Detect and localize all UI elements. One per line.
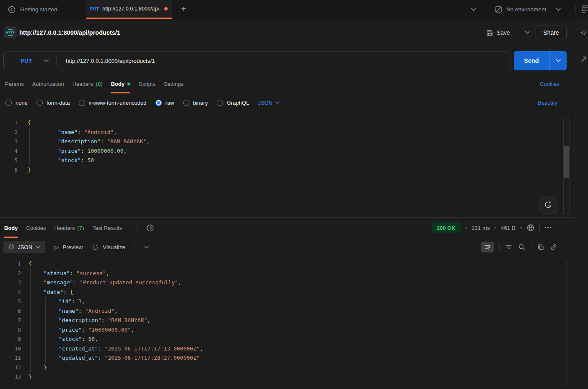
toolbar-divider	[135, 243, 135, 251]
send-button[interactable]: Send	[514, 51, 549, 70]
body-mode-binary[interactable]: binary	[183, 100, 208, 106]
tab-authorization[interactable]: Authorization	[32, 75, 64, 93]
topbar-divider	[575, 5, 576, 14]
environment-selector[interactable]: No environment	[495, 0, 561, 19]
response-tab-test-results[interactable]: Test Results	[93, 218, 122, 238]
code-line: 6}	[0, 165, 562, 175]
meta-dot	[465, 227, 467, 229]
code-line: 2"name": "Android",	[0, 128, 562, 137]
indent-guide	[29, 128, 30, 165]
response-panel: Body Cookies Headers (7) Test Results 20…	[0, 217, 575, 389]
code-line: 13}	[0, 372, 560, 382]
format-chevron-icon	[36, 246, 40, 249]
postbot-sparkle-icon	[544, 200, 553, 209]
body-mode-urlencoded[interactable]: x-www-form-urlencoded	[79, 100, 147, 106]
tool-icons-divider	[531, 243, 531, 251]
right-sidebar-rail: </	[575, 19, 588, 389]
search-icon[interactable]	[518, 243, 526, 251]
indent-guide	[45, 297, 46, 363]
send-chevron-icon	[556, 59, 561, 62]
response-body-editor[interactable]: 1{2"status": "success",3"message": "Prod…	[0, 257, 560, 382]
url-input[interactable]	[66, 58, 443, 64]
tab-headers[interactable]: Headers (8)	[73, 75, 103, 93]
visualize-button[interactable]: Visualize	[92, 244, 125, 251]
radio-binary[interactable]	[183, 100, 189, 106]
body-modified-dot	[127, 82, 130, 85]
code-line: 2"status": "success",	[0, 269, 560, 278]
url-bar: PUT	[3, 51, 510, 70]
tab-body[interactable]: Body	[111, 75, 131, 93]
environment-quick-look-icon[interactable]	[581, 5, 588, 14]
radio-graphql[interactable]	[217, 100, 223, 106]
request-editor-scrollbar[interactable]	[563, 119, 570, 214]
method-selector[interactable]: PUT	[4, 58, 32, 64]
indent-guide	[43, 128, 43, 165]
body-mode-raw[interactable]: raw	[155, 100, 174, 106]
body-mode-graphql[interactable]: GraphQL	[217, 100, 249, 106]
tab-url-label: http://127.0.0.1:8000/api	[102, 6, 161, 12]
tab-getting-started[interactable]: Getting started	[8, 0, 57, 19]
save-options-chevron-icon[interactable]	[525, 31, 530, 34]
response-format-dropdown[interactable]: {} JSON	[3, 241, 45, 253]
response-tab-body[interactable]: Body	[4, 218, 18, 238]
new-tab-button[interactable]: +	[181, 3, 186, 14]
http-request-icon: HTTP	[4, 26, 17, 39]
tab-scripts[interactable]: Scripts	[139, 75, 155, 93]
link-icon[interactable]	[550, 243, 557, 251]
status-badge[interactable]: 200 OK	[432, 222, 461, 233]
method-chevron-icon[interactable]	[44, 59, 49, 62]
tab-settings[interactable]: Settings	[164, 75, 184, 93]
view-options-chevron-icon[interactable]	[144, 246, 149, 249]
meta-divider	[539, 224, 540, 232]
response-headers-count: (7)	[78, 225, 84, 231]
preview-button[interactable]: ▷ Preview	[54, 244, 83, 250]
cookies-link[interactable]: Cookies	[540, 81, 560, 87]
filter-icon[interactable]	[505, 243, 513, 251]
radio-form-data[interactable]	[36, 100, 43, 106]
share-button[interactable]: Share	[536, 26, 567, 39]
response-toolbar: {} JSON ▷ Preview Visualize	[0, 238, 575, 256]
getting-started-icon	[8, 5, 16, 14]
tab-params[interactable]: Params	[5, 75, 24, 93]
beautify-link[interactable]: Beautify	[538, 100, 557, 106]
save-button[interactable]: Save	[497, 19, 510, 46]
radio-none[interactable]	[5, 100, 12, 106]
more-actions-button[interactable]: •••	[544, 225, 552, 231]
response-tool-icons	[481, 242, 557, 252]
tab-bar: Getting started PUT http://127.0.0.1:800…	[0, 0, 588, 19]
response-tab-headers[interactable]: Headers (7)	[54, 218, 84, 238]
response-tab-cookies[interactable]: Cookies	[26, 218, 46, 238]
response-history-icon[interactable]	[146, 224, 155, 232]
send-options-button[interactable]	[549, 51, 567, 70]
code-line: 1{	[0, 259, 560, 269]
wrap-lines-button[interactable]	[481, 242, 494, 252]
body-mode-none[interactable]: none	[5, 100, 28, 106]
headers-count: (8)	[96, 81, 103, 87]
tab-request-active[interactable]: PUT http://127.0.0.1:8000/api	[86, 0, 172, 19]
radio-urlencoded[interactable]	[79, 100, 85, 106]
play-icon: ▷	[54, 244, 59, 250]
code-line: 9"stock": 50,	[0, 335, 560, 344]
response-time[interactable]: 131 ms	[471, 225, 490, 231]
visualize-sparkle-icon	[92, 244, 99, 251]
no-environment-icon	[495, 5, 503, 13]
request-body-editor[interactable]: 1{2"name": "Android",3"description": "RA…	[0, 112, 562, 175]
radio-raw-selected[interactable]	[155, 100, 162, 106]
request-body-panel: 1{2"name": "Android",3"description": "RA…	[0, 112, 575, 217]
code-line: 10"created_at": "2025-06-17T17:17:13.000…	[0, 344, 560, 354]
code-line: 4"data": {	[0, 288, 560, 297]
tab-options-chevron-icon[interactable]	[471, 8, 476, 11]
postbot-button[interactable]	[539, 196, 557, 214]
network-globe-icon[interactable]	[526, 224, 535, 232]
body-mode-form-data[interactable]: form-data	[36, 100, 70, 106]
save-icon	[486, 29, 494, 36]
copy-icon[interactable]	[537, 243, 544, 251]
response-size[interactable]: 461 B	[501, 225, 515, 231]
language-selector[interactable]: JSON	[258, 100, 280, 106]
comments-arrow-icon[interactable]	[580, 55, 588, 63]
response-editor-scrollbar[interactable]	[560, 260, 567, 386]
code-snippet-icon[interactable]: </	[580, 29, 587, 36]
send-button-group: Send	[514, 51, 567, 70]
code-line: 12}	[0, 363, 560, 373]
scrollbar-thumb[interactable]	[564, 146, 569, 178]
